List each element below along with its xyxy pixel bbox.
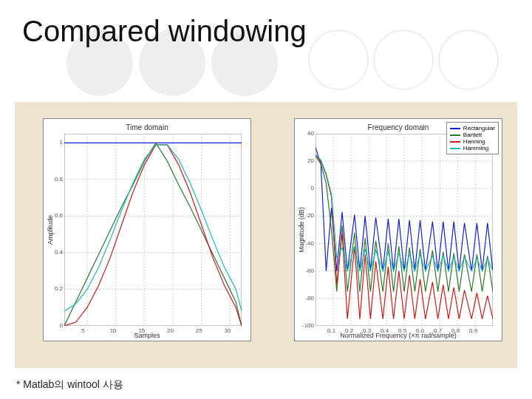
y-axis-label: Magnitude (dB) (298, 207, 305, 253)
legend-item: Bartlett (450, 132, 495, 138)
chart-frequency-domain: Frequency domain Magnitude (dB) Normaliz… (294, 118, 502, 341)
chart-title: Time domain (44, 123, 250, 132)
legend-item: Rectangular (450, 125, 495, 132)
chart-plot (64, 134, 242, 326)
decorative-circles-outline (308, 30, 499, 90)
footnote: * Matlab의 wintool 사용 (16, 378, 123, 392)
x-axis-label: Samples (44, 332, 250, 339)
y-axis-label: Amplitude (47, 215, 54, 245)
chart-plot (316, 134, 493, 326)
page-title: Compared windowing (22, 15, 307, 48)
svg-rect-0 (64, 134, 242, 326)
legend-item: Hanning (450, 138, 495, 145)
figure-panel: Time domain Amplitude Samples 5101520253… (15, 102, 517, 368)
legend: RectangularBartlettHanningHamming (446, 122, 499, 154)
chart-time-domain: Time domain Amplitude Samples 5101520253… (43, 118, 251, 341)
legend-item: Hamming (450, 145, 495, 151)
